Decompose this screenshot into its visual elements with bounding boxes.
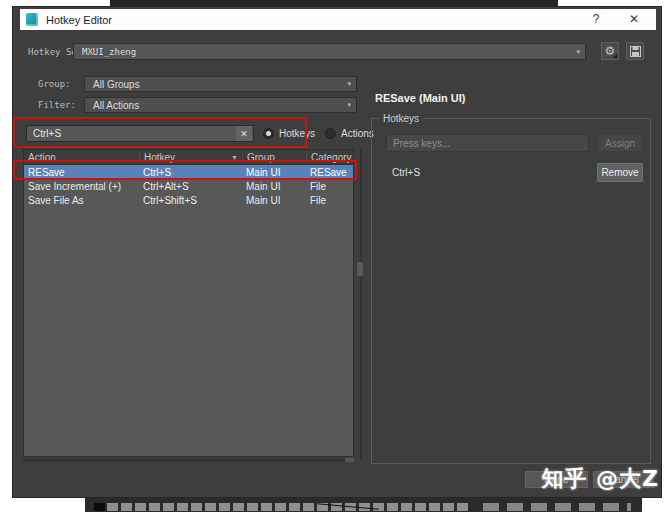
actions-radio-label: Actions — [341, 128, 374, 139]
hotkey-editor-dialog: Hotkey Editor ? ✕ Hotkey Set: MXUI_zheng… — [12, 6, 662, 498]
cell-hotkey: Ctrl+S — [139, 167, 242, 178]
group-label: Group: — [38, 79, 71, 89]
cell-group: Main UI — [242, 181, 306, 192]
screenshot-page: Hotkey Editor ? ✕ Hotkey Set: MXUI_zheng… — [0, 0, 667, 523]
filter-value: All Actions — [85, 100, 347, 111]
radio-dot-icon — [325, 128, 336, 139]
search-input[interactable] — [27, 126, 236, 141]
actions-radio[interactable]: Actions — [325, 128, 374, 139]
column-header-hotkey[interactable]: Hotkey ▼ — [139, 150, 242, 164]
timeline-ticks — [107, 503, 469, 511]
table-row[interactable]: Save File As Ctrl+Shift+S Main UI File — [24, 193, 353, 207]
cell-hotkey: Ctrl+Alt+S — [139, 181, 242, 192]
group-dropdown[interactable]: All Groups ▾ — [84, 76, 357, 92]
save-icon — [630, 46, 641, 57]
hotkey-set-dropdown[interactable]: MXUI_zheng ▾ — [73, 43, 586, 60]
hotkey-set-value: MXUI_zheng — [74, 47, 576, 57]
timeline-strip — [85, 498, 642, 512]
clear-search-icon[interactable]: ✕ — [236, 126, 252, 141]
hotkeys-groupbox: Hotkeys Assign Ctrl+S Remove — [371, 118, 651, 464]
scrollbar-corner — [345, 458, 354, 462]
cell-category: File — [306, 181, 353, 192]
filter-label: Filter: — [38, 100, 76, 110]
column-header-category[interactable]: Category — [306, 150, 353, 164]
titlebar[interactable]: Hotkey Editor ? ✕ — [20, 9, 656, 30]
chevron-down-icon: ▾ — [347, 80, 356, 88]
assign-button[interactable]: Assign — [597, 134, 643, 152]
panel-splitter[interactable] — [360, 149, 362, 461]
hotkey-set-options-button[interactable]: ⚙ — [601, 42, 619, 60]
help-button[interactable]: ? — [588, 12, 604, 26]
assigned-hotkey: Ctrl+S — [392, 167, 420, 178]
column-header-action[interactable]: Action — [24, 150, 139, 164]
sort-descending-icon: ▼ — [231, 154, 238, 161]
press-keys-input[interactable] — [386, 134, 589, 152]
group-value: All Groups — [85, 79, 347, 90]
table-row[interactable]: RESave Ctrl+S Main UI RESave — [24, 165, 353, 179]
cell-category: File — [306, 195, 353, 206]
radio-dot-icon — [263, 128, 274, 139]
chevron-down-icon: ▾ — [347, 101, 356, 109]
search-field: ✕ — [26, 125, 254, 142]
save-hotkey-set-button[interactable] — [626, 42, 644, 60]
cell-category: RESave — [306, 167, 353, 178]
cell-group: Main UI — [242, 195, 306, 206]
watermark: 知乎 @大Z — [541, 464, 659, 494]
hotkey-table: Action Hotkey ▼ Group Category RESave Ct… — [23, 149, 354, 457]
remove-button[interactable]: Remove — [597, 163, 643, 182]
dialog-title: Hotkey Editor — [46, 14, 112, 26]
table-header: Action Hotkey ▼ Group Category — [24, 150, 353, 165]
timeline-cap — [94, 503, 105, 511]
flyout-corner-icon — [613, 54, 617, 58]
detail-title: RESave (Main UI) — [375, 92, 465, 104]
column-header-group[interactable]: Group — [242, 150, 306, 164]
hotkeys-radio-label: Hotkeys — [279, 128, 315, 139]
hotkeys-radio[interactable]: Hotkeys — [263, 128, 315, 139]
app-icon — [26, 13, 38, 26]
groupbox-label: Hotkeys — [379, 113, 423, 124]
filter-dropdown[interactable]: All Actions ▾ — [84, 97, 357, 113]
table-row[interactable]: Save Incremental (+) Ctrl+Alt+S Main UI … — [24, 179, 353, 193]
cell-action: Save Incremental (+) — [24, 181, 139, 192]
cell-group: Main UI — [242, 167, 306, 178]
horizontal-scrollbar[interactable] — [23, 458, 354, 462]
cell-action: RESave — [24, 167, 139, 178]
chevron-down-icon: ▾ — [576, 48, 585, 56]
splitter-grip[interactable] — [357, 262, 363, 276]
cell-action: Save File As — [24, 195, 139, 206]
cell-hotkey: Ctrl+Shift+S — [139, 195, 242, 206]
timeline-ticks — [483, 503, 631, 511]
close-icon[interactable]: ✕ — [626, 12, 642, 26]
